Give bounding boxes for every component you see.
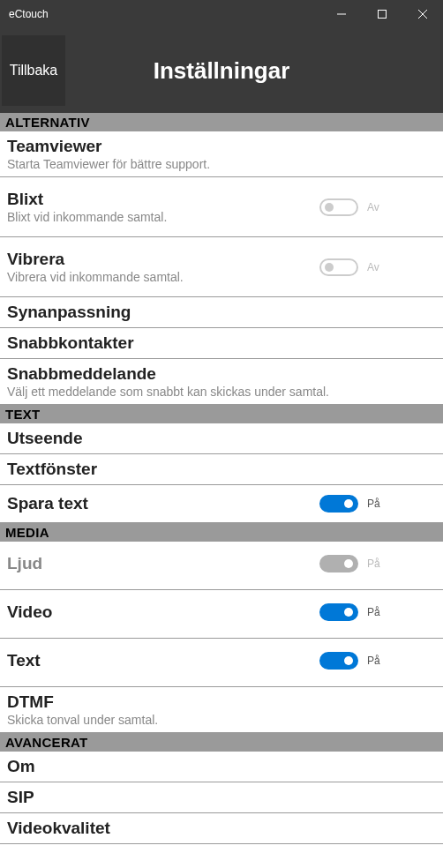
close-button[interactable] (402, 0, 443, 28)
row-title: DTMF (7, 692, 436, 712)
row-title: Blixt (7, 190, 319, 209)
row-title: SIP (7, 788, 436, 807)
toggle-knob-icon (344, 608, 353, 617)
row-title: Teamviewer (7, 137, 436, 156)
toggle-knob-icon (325, 203, 334, 212)
row-subtitle: Vibrera vid inkommande samtal. (7, 270, 319, 284)
toggle-knob-icon (344, 499, 353, 508)
row-title: Om (7, 757, 436, 776)
toggle-state-label: På (367, 557, 383, 570)
app-header: Tillbaka Inställningar (0, 28, 443, 113)
toggle-knob-icon (344, 559, 353, 568)
row-subtitle: Skicka tonval under samtal. (7, 713, 436, 727)
row-text[interactable]: Text På (0, 639, 443, 687)
row-synanpassning[interactable]: Synanpassning (0, 297, 443, 328)
section-header-media: MEDIA (0, 523, 443, 542)
toggle-knob-icon (325, 263, 334, 272)
toggle-vibrera[interactable] (319, 258, 358, 276)
toggle-state-label: På (367, 498, 383, 510)
row-title: Snabbkontakter (7, 333, 436, 353)
row-textfonster[interactable]: Textfönster (0, 454, 443, 485)
toggle-spara-text[interactable] (319, 495, 358, 513)
row-title: Text (7, 651, 319, 670)
row-title: Textfönster (7, 460, 436, 479)
window-title: eCtouch (0, 8, 321, 20)
toggle-blixt[interactable] (319, 198, 358, 216)
row-ljud[interactable]: Ljud På (0, 542, 443, 590)
toggle-knob-icon (344, 656, 353, 665)
section-header-avancerat: AVANCERAT (0, 733, 443, 752)
back-button[interactable]: Tillbaka (2, 35, 65, 106)
row-dtmf[interactable]: DTMF Skicka tonval under samtal. (0, 687, 443, 733)
row-title: Snabbmeddelande (7, 364, 436, 384)
settings-content: ALTERNATIV Teamviewer Starta Teamviewer … (0, 113, 443, 844)
row-subtitle: Starta Teamviewer för bättre support. (7, 157, 436, 171)
row-utseende[interactable]: Utseende (0, 423, 443, 454)
row-videokvalitet[interactable]: Videokvalitet (0, 813, 443, 844)
svg-rect-1 (379, 11, 387, 19)
row-title: Vibrera (7, 250, 319, 269)
row-blixt[interactable]: Blixt Blixt vid inkommande samtal. Av (0, 177, 443, 237)
toggle-ljud (319, 555, 358, 572)
row-sip[interactable]: SIP (0, 782, 443, 813)
toggle-video[interactable] (319, 603, 358, 621)
row-title: Utseende (7, 429, 436, 448)
back-button-label: Tillbaka (10, 63, 58, 79)
section-header-alternativ: ALTERNATIV (0, 113, 443, 131)
page-title: Inställningar (0, 57, 443, 85)
maximize-button[interactable] (362, 0, 402, 28)
section-header-text: TEXT (0, 405, 443, 423)
row-subtitle: Välj ett meddelande som snabbt kan skick… (7, 385, 436, 399)
toggle-state-label: På (367, 606, 383, 618)
row-video[interactable]: Video På (0, 590, 443, 639)
row-title: Ljud (7, 554, 319, 573)
row-subtitle: Blixt vid inkommande samtal. (7, 210, 319, 224)
row-title: Videokvalitet (7, 819, 436, 838)
row-teamviewer[interactable]: Teamviewer Starta Teamviewer för bättre … (0, 131, 443, 177)
toggle-text[interactable] (319, 652, 358, 670)
window-controls (321, 0, 443, 28)
row-snabbmeddelande[interactable]: Snabbmeddelande Välj ett meddelande som … (0, 359, 443, 405)
row-title: Video (7, 602, 319, 622)
row-title: Synanpassning (7, 303, 436, 322)
row-title: Spara text (7, 494, 319, 513)
row-snabbkontakter[interactable]: Snabbkontakter (0, 328, 443, 359)
toggle-state-label: Av (367, 261, 383, 273)
row-om[interactable]: Om (0, 752, 443, 782)
toggle-state-label: På (367, 655, 383, 667)
minimize-button[interactable] (321, 0, 362, 28)
window-titlebar: eCtouch (0, 0, 443, 28)
toggle-state-label: Av (367, 201, 383, 213)
row-spara-text[interactable]: Spara text På (0, 485, 443, 523)
row-vibrera[interactable]: Vibrera Vibrera vid inkommande samtal. A… (0, 237, 443, 297)
